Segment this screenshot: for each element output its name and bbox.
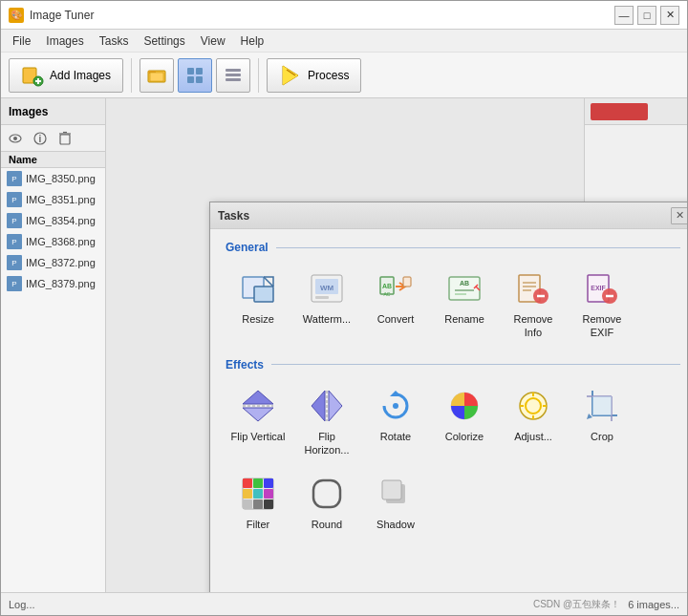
rename-icon: AB	[444, 268, 484, 308]
svg-marker-52	[390, 391, 401, 396]
svg-rect-9	[187, 76, 194, 83]
filter-label: Filter	[247, 518, 269, 531]
task-remove-exif[interactable]: EXIF Remove EXIF	[570, 262, 634, 347]
maximize-button[interactable]: □	[637, 6, 656, 25]
file-icon: P	[7, 192, 22, 207]
general-section-header: General	[226, 241, 680, 254]
colorize-label: Colorize	[445, 430, 484, 443]
task-rename[interactable]: AB Rename	[432, 262, 497, 347]
file-icon: P	[7, 213, 22, 228]
sidebar-toolbar: i	[1, 125, 105, 152]
watermark-text: CSDN @五包辣条！	[533, 598, 620, 611]
resize-label: Resize	[242, 312, 274, 326]
list-item[interactable]: P IMG_8350.png	[1, 168, 105, 189]
file-name: IMG_8350.png	[26, 173, 96, 184]
svg-rect-71	[264, 478, 273, 488]
sidebar-delete-button[interactable]	[54, 128, 75, 149]
modal-title-bar: Tasks ✕	[210, 202, 687, 229]
task-convert[interactable]: AB AC Convert	[363, 262, 428, 347]
svg-marker-48	[243, 408, 273, 421]
process-button[interactable]: Process	[267, 58, 361, 93]
menu-settings[interactable]: Settings	[136, 32, 192, 50]
list-view-button[interactable]	[216, 58, 250, 93]
task-adjust[interactable]: Adjust...	[501, 379, 566, 464]
remove-info-label: Remove Info	[505, 312, 561, 340]
list-item[interactable]: P IMG_8354.png	[1, 210, 105, 231]
menu-tasks[interactable]: Tasks	[92, 32, 137, 50]
task-shadow[interactable]: Shadow	[363, 467, 428, 538]
main-window: 🎨 Image Tuner — □ ✕ File Images Tasks Se…	[0, 0, 688, 616]
task-resize[interactable]: Resize	[226, 262, 290, 347]
svg-marker-67	[613, 393, 621, 398]
add-images-label: Add Images	[50, 69, 111, 82]
svg-rect-8	[196, 68, 203, 74]
section-divider	[276, 247, 680, 248]
svg-rect-75	[243, 499, 252, 509]
app-title: Image Tuner	[30, 9, 94, 22]
folder-open-button[interactable]	[140, 58, 174, 93]
crop-label: Crop	[591, 430, 613, 443]
menu-view[interactable]: View	[193, 32, 233, 50]
shadow-label: Shadow	[376, 518, 415, 531]
menu-help[interactable]: Help	[233, 32, 272, 50]
list-item[interactable]: P IMG_8379.png	[1, 273, 105, 294]
menu-images[interactable]: Images	[38, 32, 91, 50]
sidebar-info-button[interactable]: i	[30, 128, 51, 149]
svg-point-53	[393, 403, 398, 409]
minimize-button[interactable]: —	[614, 6, 634, 25]
remove-exif-icon: EXIF	[582, 268, 622, 308]
svg-rect-6	[150, 73, 163, 81]
menu-file[interactable]: File	[5, 32, 38, 50]
task-flip-horizontal[interactable]: Flip Horizon...	[294, 379, 359, 464]
task-remove-info[interactable]: Remove Info	[501, 262, 566, 347]
svg-rect-65	[592, 396, 612, 415]
flip-vertical-label: Flip Vertical	[231, 430, 286, 443]
svg-rect-78	[313, 480, 340, 507]
general-task-grid: Resize WM	[226, 262, 680, 347]
sidebar-eye-button[interactable]	[5, 128, 26, 149]
shadow-icon	[376, 474, 416, 514]
task-filter[interactable]: Filter	[226, 467, 290, 538]
status-right: CSDN @五包辣条！ 6 images...	[533, 598, 679, 611]
process-label: Process	[308, 69, 349, 82]
file-icon: P	[7, 276, 22, 291]
task-colorize[interactable]: Colorize	[432, 379, 497, 464]
close-button[interactable]: ✕	[660, 6, 679, 25]
grid-view-button[interactable]	[178, 58, 212, 93]
svg-rect-73	[253, 489, 263, 499]
add-images-button[interactable]: Add Images	[9, 58, 123, 93]
main-area: Tasks ✕ General	[106, 98, 687, 592]
list-item[interactable]: P IMG_8372.png	[1, 252, 105, 273]
svg-rect-80	[382, 480, 401, 499]
flip-vertical-icon	[238, 386, 278, 426]
task-rotate[interactable]: Rotate	[363, 379, 428, 464]
effects-label: Effects	[226, 358, 264, 372]
file-name: IMG_8372.png	[26, 257, 96, 268]
list-item[interactable]: P IMG_8351.png	[1, 189, 105, 210]
app-icon: 🎨	[9, 8, 24, 23]
svg-marker-15	[283, 66, 298, 85]
svg-rect-12	[226, 74, 241, 76]
svg-rect-76	[253, 499, 263, 509]
list-item[interactable]: P IMG_8368.png	[1, 231, 105, 252]
tasks-dialog: Tasks ✕ General	[209, 202, 687, 592]
effects-task-grid: Flip Vertical Flip Horizon	[226, 379, 680, 539]
modal-close-button[interactable]: ✕	[671, 207, 687, 224]
svg-rect-77	[264, 499, 273, 509]
task-round[interactable]: Round	[294, 467, 359, 538]
flip-horizontal-icon	[307, 386, 347, 426]
add-images-icon	[21, 64, 44, 87]
svg-marker-46	[243, 391, 273, 404]
section-divider-2	[271, 364, 680, 365]
right-red-button[interactable]	[591, 103, 648, 120]
svg-marker-51	[329, 391, 342, 421]
image-count: 6 images...	[628, 599, 679, 610]
process-icon	[279, 64, 302, 87]
task-crop[interactable]: Crop	[570, 379, 634, 464]
task-watermark[interactable]: WM Watterm...	[294, 262, 359, 347]
svg-point-18	[13, 137, 17, 140]
modal-title: Tasks	[218, 209, 249, 223]
svg-rect-11	[226, 69, 241, 72]
task-flip-vertical[interactable]: Flip Vertical	[226, 379, 290, 464]
title-bar-left: 🎨 Image Tuner	[9, 8, 94, 23]
